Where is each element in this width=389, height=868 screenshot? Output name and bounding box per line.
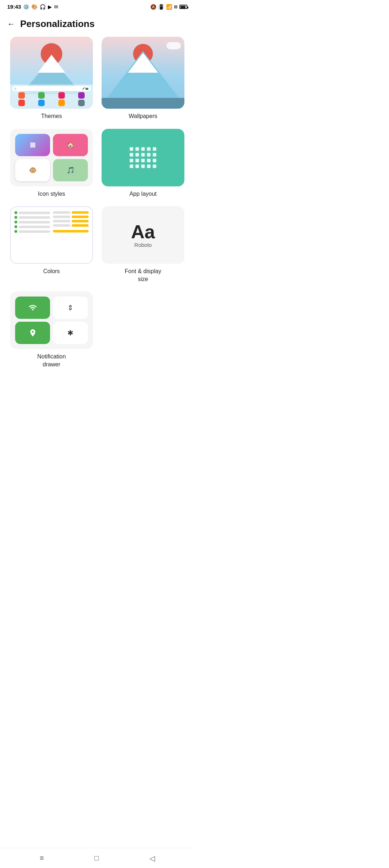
icon-styles-thumbnail: 🏠 🐵 🎵 bbox=[10, 129, 93, 186]
vibrate-icon: 📳 bbox=[158, 4, 164, 10]
email-icon: ✉ bbox=[54, 4, 58, 10]
icon-style-3: 🐵 bbox=[15, 159, 50, 181]
themes-icons-row-2 bbox=[12, 100, 91, 106]
color-bar bbox=[19, 221, 50, 223]
colors-card[interactable]: Colors bbox=[10, 206, 93, 283]
themes-icon-1 bbox=[18, 92, 25, 99]
color-row bbox=[53, 211, 89, 214]
color-bar-gray bbox=[53, 211, 70, 214]
al-dot bbox=[141, 159, 145, 162]
color-bar-accent bbox=[72, 211, 89, 214]
al-dot bbox=[147, 147, 151, 151]
color-row bbox=[53, 220, 89, 222]
color-bar-full-accent bbox=[53, 230, 89, 232]
back-button[interactable]: ← bbox=[7, 19, 15, 29]
personalization-grid: G 🎤 📷 Themes bbox=[0, 33, 194, 376]
themes-icon-6 bbox=[38, 100, 45, 106]
font-display-card[interactable]: Aa Roboto Font & display size bbox=[102, 206, 184, 283]
icon-styles-card[interactable]: 🏠 🐵 🎵 Icon styles bbox=[10, 129, 93, 198]
themes-homescreen: G 🎤 📷 bbox=[10, 85, 93, 109]
battery-x-icon: ⊠ bbox=[174, 4, 178, 9]
color-bar bbox=[19, 226, 50, 228]
colors-thumb-inner bbox=[10, 206, 93, 264]
themes-icon-4 bbox=[78, 92, 85, 99]
status-bar: 19:43 ⚙️ 🎨 🎧 ▶ ✉ 🔕 📳 📶 ⊠ bbox=[0, 0, 194, 12]
al-dot bbox=[130, 147, 133, 151]
header: ← Personalizations bbox=[0, 12, 194, 33]
font-thumbnail: Aa Roboto bbox=[102, 206, 184, 264]
al-dot bbox=[147, 159, 151, 162]
al-dot bbox=[153, 159, 156, 162]
wp-bridge bbox=[102, 98, 184, 109]
themes-icon-8 bbox=[78, 100, 85, 106]
notification-drawer-card[interactable]: ⇕ ✱ Notification drawer bbox=[10, 291, 93, 368]
al-dot bbox=[141, 153, 145, 157]
font-name-display: Roboto bbox=[134, 242, 152, 248]
color-dot-green bbox=[14, 221, 17, 223]
color-row bbox=[53, 224, 89, 227]
wallpapers-card[interactable]: Wallpapers bbox=[102, 37, 184, 120]
color-row bbox=[53, 216, 89, 218]
themes-thumbnail: G 🎤 📷 bbox=[10, 37, 93, 109]
color-bar bbox=[19, 212, 50, 214]
al-dot bbox=[135, 164, 139, 168]
status-left: 19:43 ⚙️ 🎨 🎧 ▶ ✉ bbox=[7, 4, 58, 10]
colors-label: Colors bbox=[43, 267, 60, 275]
icon-style-4: 🎵 bbox=[53, 159, 88, 181]
al-dot bbox=[153, 153, 156, 157]
headphones-icon: 🎧 bbox=[40, 4, 46, 10]
themes-searchbar: G 🎤 📷 bbox=[12, 86, 91, 91]
color-row bbox=[14, 216, 50, 219]
al-dot bbox=[135, 159, 139, 162]
color-bar-accent bbox=[72, 220, 89, 222]
color-row bbox=[14, 211, 50, 214]
wallpapers-thumbnail bbox=[102, 37, 184, 109]
al-dot bbox=[130, 159, 133, 162]
color-bar-gray bbox=[53, 224, 70, 227]
themes-icon-2 bbox=[38, 92, 45, 99]
wallpapers-label: Wallpapers bbox=[129, 112, 157, 120]
al-dot bbox=[135, 153, 139, 157]
wp-mountain-snow bbox=[128, 53, 158, 73]
al-dot bbox=[147, 153, 151, 157]
color-bar-accent bbox=[72, 224, 89, 227]
themes-icon-3 bbox=[58, 92, 65, 99]
icon-style-1 bbox=[15, 134, 50, 156]
wp-cloud bbox=[166, 42, 181, 49]
themes-icon-5 bbox=[18, 100, 25, 106]
status-right: 🔕 📳 📶 ⊠ bbox=[150, 4, 187, 10]
font-aa-display: Aa bbox=[131, 222, 155, 241]
youtube-icon: ▶ bbox=[48, 4, 52, 10]
notif-location-toggle bbox=[15, 322, 50, 344]
multicolor-icon: 🎨 bbox=[31, 4, 37, 10]
app-layout-grid bbox=[130, 147, 156, 168]
themes-mountain-snow bbox=[38, 55, 65, 73]
themes-label: Themes bbox=[41, 112, 62, 120]
color-bar-accent bbox=[72, 216, 89, 218]
icon-styles-label: Icon styles bbox=[38, 190, 65, 198]
themes-card[interactable]: G 🎤 📷 Themes bbox=[10, 37, 93, 120]
notif-bluetooth-symbol: ✱ bbox=[53, 322, 88, 344]
themes-icon-7 bbox=[58, 100, 65, 106]
colors-thumbnail bbox=[10, 206, 93, 264]
color-row bbox=[14, 225, 50, 228]
color-dot-green bbox=[14, 230, 17, 233]
colors-left-col bbox=[14, 211, 50, 259]
app-layout-label: App layout bbox=[129, 190, 157, 198]
color-dot-green bbox=[14, 216, 17, 219]
color-dot-green bbox=[14, 225, 17, 228]
color-dot-green bbox=[14, 211, 17, 214]
al-dot bbox=[130, 164, 133, 168]
app-layout-card[interactable]: App layout bbox=[102, 129, 184, 198]
settings-icon: ⚙️ bbox=[23, 4, 29, 10]
color-bar bbox=[19, 216, 50, 219]
notif-sort-symbol: ⇕ bbox=[53, 297, 88, 319]
color-row bbox=[14, 230, 50, 233]
al-dot bbox=[147, 164, 151, 168]
al-dot bbox=[153, 164, 156, 168]
notif-thumbnail: ⇕ ✱ bbox=[10, 291, 93, 349]
al-dot bbox=[153, 147, 156, 151]
color-bar bbox=[19, 230, 50, 233]
font-display-label: Font & display size bbox=[125, 267, 161, 283]
status-time: 19:43 bbox=[7, 4, 21, 10]
